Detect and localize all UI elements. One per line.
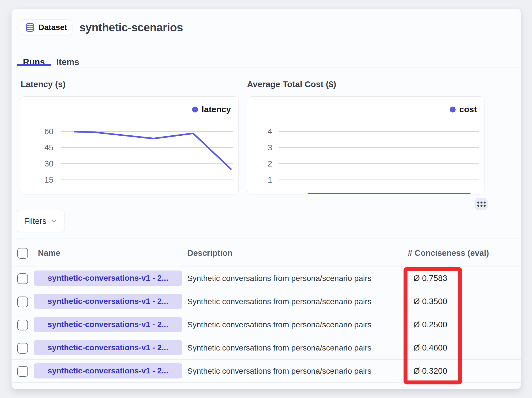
drag-handle[interactable] [475, 198, 488, 210]
tab-items-label: Items [56, 57, 79, 67]
latency-legend: latency [192, 105, 231, 114]
active-tab-underline [17, 64, 51, 66]
filters-button[interactable]: Filters [17, 210, 65, 232]
row-checkbox[interactable] [17, 320, 28, 330]
svg-text:1: 1 [268, 175, 272, 184]
svg-text:30: 30 [44, 159, 53, 168]
section-divider [12, 204, 521, 204]
filters-button-label: Filters [24, 217, 46, 226]
legend-dot-icon [450, 107, 456, 113]
run-name-link[interactable]: synthetic-conversations-v1 - 2... [34, 363, 182, 378]
page-title: synthetic-scenarios [79, 21, 183, 34]
row-checkbox[interactable] [17, 366, 28, 377]
svg-text:2: 2 [268, 159, 272, 168]
row-checkbox[interactable] [17, 297, 28, 307]
column-header-description: Description [187, 248, 233, 258]
tab-bar: Runs Items [12, 50, 521, 68]
legend-dot-icon [192, 107, 198, 113]
run-description: Synthetic conversations from persona/sce… [187, 320, 372, 329]
run-description: Synthetic conversations from persona/sce… [187, 274, 372, 283]
latency-chart-card: latency 60453015 [20, 96, 239, 194]
run-description: Synthetic conversations from persona/sce… [187, 343, 372, 352]
row-checkbox[interactable] [17, 273, 28, 284]
cost-legend: cost [450, 105, 477, 114]
run-name-link[interactable]: synthetic-conversations-v1 - 2... [34, 340, 182, 355]
column-header-conciseness: # Conciseness (eval) [408, 248, 489, 258]
svg-text:3: 3 [268, 143, 272, 152]
run-name-link[interactable]: synthetic-conversations-v1 - 2... [34, 271, 182, 286]
svg-text:4: 4 [268, 127, 272, 136]
dataset-badge: Dataset [21, 20, 72, 35]
select-all-checkbox[interactable] [17, 248, 28, 259]
latency-legend-label: latency [202, 105, 231, 114]
svg-text:15: 15 [44, 175, 53, 184]
table-header-row: Name Description # Conciseness (eval) [12, 239, 521, 267]
badge-label: Dataset [38, 23, 67, 32]
run-name-link[interactable]: synthetic-conversations-v1 - 2... [34, 294, 182, 309]
tab-items[interactable]: Items [56, 57, 79, 67]
red-annotation-box [404, 267, 462, 384]
database-icon [25, 22, 35, 33]
page: { "header": { "badge_label": "Dataset", … [0, 0, 532, 398]
column-header-name: Name [38, 248, 60, 258]
run-description: Synthetic conversations from persona/sce… [187, 297, 372, 306]
latency-chart-title: Latency (s) [21, 79, 65, 89]
svg-text:45: 45 [44, 143, 53, 152]
run-name-link[interactable]: synthetic-conversations-v1 - 2... [34, 317, 182, 332]
run-description: Synthetic conversations from persona/sce… [187, 367, 372, 376]
row-checkbox[interactable] [17, 343, 28, 354]
cost-line-chart: 4321 [247, 97, 484, 194]
svg-text:60: 60 [44, 127, 53, 136]
cost-chart-title: Average Total Cost ($) [247, 79, 336, 89]
chevron-down-icon [50, 217, 57, 225]
cost-legend-label: cost [459, 105, 477, 114]
grip-dots-icon [477, 202, 486, 207]
page-header: Dataset synthetic-scenarios [21, 20, 183, 35]
cost-chart-card: cost 4321 [247, 96, 484, 194]
